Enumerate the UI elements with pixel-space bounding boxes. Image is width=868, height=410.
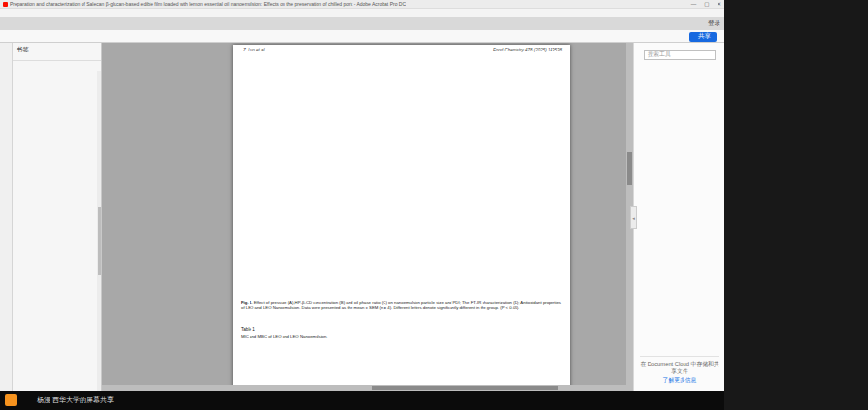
screen-share-bar: 杨漫 西华大学的屏幕共享 <box>0 391 724 410</box>
close-button[interactable]: ✕ <box>717 1 721 8</box>
pdf-page: Z. Luo et al. Food Chemistry 478 (2025) … <box>233 45 570 391</box>
scrollbar-thumb[interactable] <box>98 207 101 275</box>
scrollbar-thumb[interactable] <box>372 386 558 390</box>
title-bar: Preparation and characterization of Sale… <box>0 0 724 9</box>
bookmarks-header: 书签 <box>13 43 101 55</box>
menu-bar <box>0 9 724 17</box>
figure-panel-b <box>241 138 383 221</box>
bookmarks-title: 书签 <box>17 46 29 54</box>
learn-more-link[interactable]: 了解更多信息 <box>634 376 725 385</box>
window-controls: —▢✕ <box>691 1 721 8</box>
figure-caption: Fig. 1. Effect of pressure (A),HP-β-CD c… <box>241 300 561 311</box>
tab-bar: 登录 <box>0 17 724 30</box>
tabbar-right: 登录 <box>696 19 720 28</box>
window-title: Preparation and characterization of Sale… <box>10 1 406 7</box>
bookmarks-toolbar <box>13 55 101 61</box>
page-header-journal: Food Chemistry 478 (2025) 143538 <box>493 48 562 52</box>
login-button[interactable]: 登录 <box>708 19 720 28</box>
bookmarks-list <box>13 71 97 391</box>
tools-panel: ◂ 搜索工具 在 Document Cloud 中存储和共享文件 了解更多信息 <box>633 43 724 391</box>
acrobat-window: Preparation and characterization of Sale… <box>0 0 724 410</box>
figure-panel-a <box>241 55 383 138</box>
scrollbar-thumb[interactable] <box>627 152 632 185</box>
bookmarks-scrollbar[interactable] <box>97 71 101 391</box>
screen: Preparation and characterization of Sale… <box>0 0 868 410</box>
document-area: Z. Luo et al. Food Chemistry 478 (2025) … <box>102 43 633 391</box>
figure-panel-e <box>386 216 522 302</box>
bookmarks-panel: 书签 <box>13 43 102 391</box>
screen-share-text: 杨漫 西华大学的屏幕共享 <box>37 395 114 405</box>
host-badge-icon <box>5 394 17 406</box>
page-header-authors: Z. Luo et al. <box>243 48 266 52</box>
document-cloud-note: 在 Document Cloud 中存储和共享文件 <box>640 356 719 375</box>
main-toolbar: 共享 <box>0 30 724 43</box>
table-title: MIC and MBC of LEO and LEO Nanoemulsion. <box>241 334 328 339</box>
minimize-button[interactable]: — <box>691 1 697 8</box>
left-rail <box>0 43 13 391</box>
meeting-panel <box>724 0 868 410</box>
caption-label: Fig. 1. <box>241 300 252 305</box>
tools-search-input[interactable]: 搜索工具 <box>644 50 716 60</box>
acrobat-app-icon <box>3 2 8 7</box>
caption-text: Effect of pressure (A),HP-β-CD concentra… <box>241 300 561 310</box>
figure-panel-d <box>386 55 563 214</box>
share-button-label: 共享 <box>698 32 711 41</box>
share-button[interactable]: 共享 <box>689 32 717 42</box>
table-label: Table 1 <box>241 327 255 332</box>
maximize-button[interactable]: ▢ <box>704 1 709 8</box>
panel-collapse-button[interactable]: ◂ <box>630 206 637 229</box>
figure-panel-c <box>241 221 383 302</box>
